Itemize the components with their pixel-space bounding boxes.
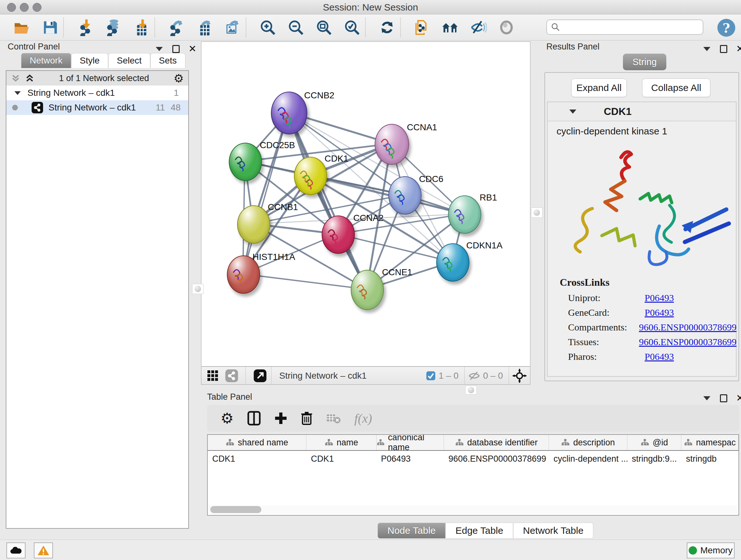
tab-node-table[interactable]: Node Table <box>378 523 446 539</box>
results-tab-string[interactable]: String <box>623 54 666 70</box>
protein-thumbnail <box>272 92 307 134</box>
crosslink-link[interactable]: P06493 <box>645 307 674 318</box>
node-table[interactable]: shared namenamecanonical namedatabase id… <box>207 434 739 516</box>
export-image-icon[interactable] <box>223 18 242 37</box>
export-network-icon[interactable] <box>167 18 186 37</box>
control-panel-close-icon[interactable]: ✕ <box>187 44 198 54</box>
network-node-ccne1[interactable] <box>351 270 384 310</box>
open-file-icon[interactable] <box>13 18 31 37</box>
import-table-icon[interactable] <box>132 18 151 37</box>
import-network-icon[interactable] <box>76 18 94 37</box>
collection-expander-icon[interactable] <box>14 91 21 95</box>
table-cell[interactable]: stringdb:9... <box>627 454 682 464</box>
network-row[interactable]: String Network – cdk1 11 48 <box>6 100 188 115</box>
copy-network-icon[interactable] <box>413 18 431 37</box>
results-panel-float-icon[interactable] <box>718 44 729 54</box>
column-header-namespac[interactable]: namespac <box>681 435 738 450</box>
network-node-ccna1[interactable] <box>375 124 409 165</box>
network-options-gear-icon[interactable]: ⚙ <box>174 72 184 85</box>
hide-selected-icon[interactable] <box>469 18 488 37</box>
network-node-cdk1[interactable] <box>294 157 327 195</box>
first-neighbors-icon[interactable] <box>441 18 460 37</box>
crosslink-link[interactable]: 9606.ENSP00000378699 <box>639 322 737 333</box>
table-cell[interactable]: stringdb <box>681 454 738 464</box>
network-node-cdkn1a[interactable] <box>436 243 469 282</box>
network-collection-row[interactable]: String Network – cdk1 1 <box>6 85 188 100</box>
column-header-shared-name[interactable]: shared name <box>208 435 307 450</box>
zoom-out-icon[interactable] <box>286 18 305 37</box>
table-panel-close-icon[interactable]: ✕ <box>735 393 741 403</box>
tab-edge-table[interactable]: Edge Table <box>446 523 513 539</box>
crosslink-link[interactable]: P06493 <box>645 351 674 362</box>
save-session-icon[interactable] <box>41 18 59 37</box>
zoom-fit-icon[interactable] <box>315 18 333 37</box>
delete-table-icon[interactable] <box>326 413 341 424</box>
tab-network[interactable]: Network <box>21 53 71 68</box>
table-cell[interactable]: CDK1 <box>307 454 376 464</box>
function-icon[interactable]: f(x) <box>354 411 372 426</box>
refresh-icon[interactable] <box>378 18 396 37</box>
column-header-database-identifier[interactable]: database identifier <box>444 435 549 450</box>
control-panel-float-icon[interactable] <box>171 44 181 54</box>
results-panel-collapse-icon[interactable] <box>701 44 712 54</box>
tab-network-table[interactable]: Network Table <box>513 523 594 539</box>
crosslink-link[interactable]: P06493 <box>645 293 674 303</box>
search-box[interactable] <box>546 19 703 35</box>
show-all-icon[interactable] <box>497 18 516 37</box>
tab-select[interactable]: Select <box>108 53 150 68</box>
collapse-all-networks-icon[interactable] <box>11 73 20 84</box>
crosslink-link[interactable]: 9606.ENSP00000378699 <box>639 336 737 348</box>
grid-view-icon[interactable] <box>206 369 219 382</box>
network-canvas[interactable]: CCNB2CCNA1CDC25BCDK1CDC6RB1CCNB1CCNA2CDK… <box>201 42 530 367</box>
expand-all-button[interactable]: Expand All <box>571 78 627 97</box>
help-button[interactable]: ? <box>718 19 735 37</box>
zoom-in-icon[interactable] <box>259 18 277 37</box>
bottom-splitter-handle[interactable] <box>465 386 477 395</box>
column-header--id[interactable]: @id <box>627 435 682 450</box>
network-node-ccna2[interactable] <box>322 215 355 254</box>
gene-header-row[interactable]: CDK1 <box>548 102 736 121</box>
column-header-canonical-name[interactable]: canonical name <box>377 435 444 450</box>
control-panel-collapse-icon[interactable] <box>154 44 165 54</box>
expand-all-networks-icon[interactable] <box>25 73 35 84</box>
cloud-button[interactable] <box>6 543 25 558</box>
string-style-icon[interactable] <box>225 369 239 382</box>
network-node-ccnb1[interactable] <box>237 205 270 244</box>
export-table-icon[interactable] <box>195 18 214 37</box>
fit-content-icon[interactable] <box>512 368 527 383</box>
network-node-ccnb2[interactable] <box>271 91 307 134</box>
table-hscrollbar-thumb[interactable] <box>210 506 261 513</box>
delete-icon[interactable] <box>300 411 313 426</box>
warnings-button[interactable] <box>34 543 53 558</box>
column-header-name[interactable]: name <box>307 435 376 450</box>
table-panel-collapse-icon[interactable] <box>701 393 712 403</box>
network-node-cdc25b[interactable] <box>229 143 262 181</box>
table-row[interactable]: CDK1CDK1P064939606.ENSP00000378699cyclin… <box>208 451 738 467</box>
table-cell[interactable]: 9606.ENSP00000378699 <box>444 454 549 464</box>
crosslink-label: GeneCard: <box>547 307 645 318</box>
network-node-rb1[interactable] <box>448 195 481 234</box>
selected-checkbox-icon[interactable] <box>426 371 436 381</box>
column-header-description[interactable]: description <box>549 435 627 450</box>
collapse-all-button[interactable]: Collapse All <box>642 78 711 97</box>
network-node-cdc6[interactable] <box>388 176 421 214</box>
gene-expander-icon[interactable] <box>569 110 576 114</box>
tab-style[interactable]: Style <box>71 53 108 68</box>
tab-sets[interactable]: Sets <box>150 53 185 68</box>
search-input[interactable] <box>560 22 703 33</box>
birds-eye-view-icon[interactable] <box>253 369 267 382</box>
results-panel-close-icon[interactable]: ✕ <box>735 44 741 54</box>
table-cell[interactable]: cyclin-dependent ... <box>549 454 627 464</box>
table-hscrollbar[interactable] <box>208 505 738 514</box>
table-panel-float-icon[interactable] <box>718 393 729 403</box>
gear-icon[interactable]: ⚙ <box>220 410 233 427</box>
columns-icon[interactable] <box>247 411 261 426</box>
add-column-icon[interactable] <box>274 411 287 425</box>
table-cell[interactable]: P06493 <box>377 454 444 464</box>
right-splitter-handle[interactable] <box>531 207 542 218</box>
table-cell[interactable]: CDK1 <box>208 454 307 464</box>
memory-button[interactable]: Memory <box>687 543 735 558</box>
zoom-selected-icon[interactable] <box>343 18 361 37</box>
import-database-icon[interactable] <box>104 18 123 37</box>
left-splitter-handle[interactable] <box>192 284 204 294</box>
